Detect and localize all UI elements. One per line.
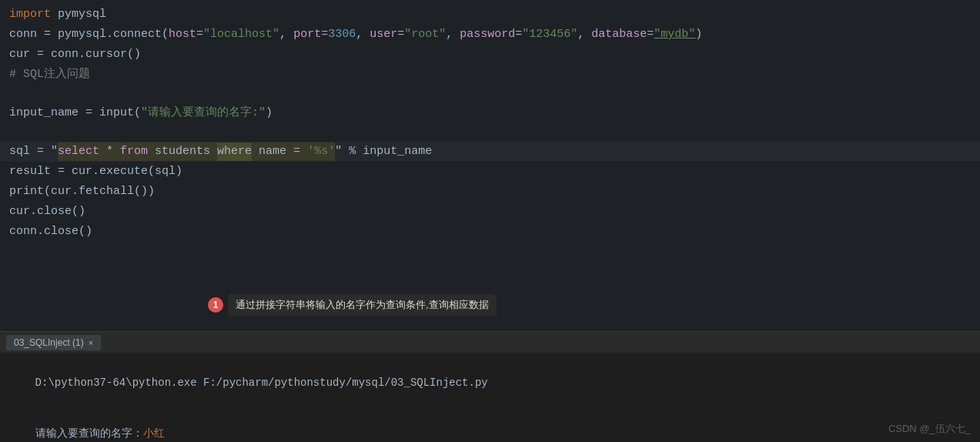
terminal-line-1: D:\python37-64\python.exe F:/pycharm/pyt… — [9, 357, 971, 408]
code-pct: % input_name — [342, 142, 432, 161]
tooltip-text: 通过拼接字符串将输入的名字作为查询条件,查询相应数据 — [228, 294, 497, 316]
str-password: "123456" — [522, 25, 577, 44]
str-mydb: "mydb" — [654, 25, 695, 44]
sql-table: students — [148, 142, 217, 161]
code-text: result = cur.execute(sql) — [9, 162, 182, 181]
code-line-5 — [0, 85, 980, 103]
param-database: database — [591, 25, 647, 44]
sql-condition: name = — [252, 142, 307, 161]
code-text: cur = conn.cursor() — [9, 45, 141, 64]
code-text: input_name = input( — [9, 104, 141, 122]
code-line-9: result = cur.execute(sql) — [0, 162, 980, 182]
code-eq: = — [647, 25, 654, 44]
code-line-1: import pymysql — [0, 5, 980, 25]
str-root: "root" — [404, 25, 446, 44]
code-eq: = — [397, 25, 404, 44]
code-line-7 — [0, 123, 980, 142]
code-line-4: # SQL注入问题 — [0, 65, 980, 85]
terminal-tabs-bar: 03_SQLInject (1) × — [0, 331, 980, 353]
sql-where: where — [217, 142, 252, 161]
watermark: CSDN @_伍六七_ — [888, 422, 971, 436]
code-quote-open: " — [51, 142, 58, 161]
str-localhost: "localhost" — [203, 25, 279, 44]
comment-sql-inject: # SQL注入问题 — [9, 65, 90, 84]
param-host: host — [169, 25, 196, 44]
param-password: password — [460, 25, 515, 44]
param-user: user — [370, 25, 397, 44]
code-text: , — [577, 25, 591, 44]
code-text: , — [356, 25, 370, 44]
code-text: , — [279, 25, 293, 44]
keyword-import: import — [9, 5, 51, 24]
code-line-12: conn.close() — [0, 222, 980, 242]
code-paren: ) — [266, 104, 273, 122]
terminal-line-2: 请输入要查询的名字：小红 — [9, 408, 971, 442]
code-text: pymysql — [51, 5, 106, 24]
sql-select: select — [58, 142, 99, 161]
code-text: , — [446, 25, 460, 44]
num-3306: 3306 — [328, 25, 356, 44]
sql-placeholder: '%s' — [307, 142, 335, 161]
code-eq: = — [515, 25, 522, 44]
terminal-output: D:\python37-64\python.exe F:/pycharm/pyt… — [0, 353, 980, 442]
terminal-prompt-prefix: 请输入要查询的名字： — [35, 427, 143, 440]
code-line-6: input_name = input("请输入要查询的名字:") — [0, 103, 980, 123]
code-text: sql = — [9, 142, 51, 161]
sql-star: * — [99, 142, 120, 161]
code-paren: ) — [695, 25, 702, 44]
terminal-command: D:\python37-64\python.exe F:/pycharm/pyt… — [35, 377, 488, 389]
sql-from: from — [120, 142, 148, 161]
code-eq: = — [196, 25, 203, 44]
code-quote-close: " — [335, 142, 342, 161]
terminal-input-answer: 小红 — [143, 427, 165, 440]
code-text: conn = pymysql.connect( — [9, 25, 169, 44]
terminal-tab-close[interactable]: × — [89, 338, 93, 347]
code-text: print(cur.fetchall()) — [9, 182, 155, 201]
tooltip-container: 1 通过拼接字符串将输入的名字作为查询条件,查询相应数据 — [208, 294, 497, 316]
code-eq: = — [321, 25, 328, 44]
code-line-10: print(cur.fetchall()) — [0, 182, 980, 202]
code-line-11: cur.close() — [0, 202, 980, 222]
code-editor: import pymysql conn = pymysql.connect(ho… — [0, 0, 980, 331]
terminal-tab-label: 03_SQLInject (1) — [14, 337, 84, 348]
code-line-2: conn = pymysql.connect(host="localhost",… — [0, 25, 980, 45]
param-port: port — [293, 25, 321, 44]
code-line-3: cur = conn.cursor() — [0, 45, 980, 65]
tooltip-badge: 1 — [208, 297, 223, 313]
code-text: conn.close() — [9, 223, 92, 241]
terminal-tab-sqlinject[interactable]: 03_SQLInject (1) × — [6, 335, 101, 350]
code-line-8: sql = "select * from students where name… — [0, 142, 980, 162]
str-prompt: "请输入要查询的名字:" — [141, 104, 266, 122]
code-text: cur.close() — [9, 203, 85, 221]
